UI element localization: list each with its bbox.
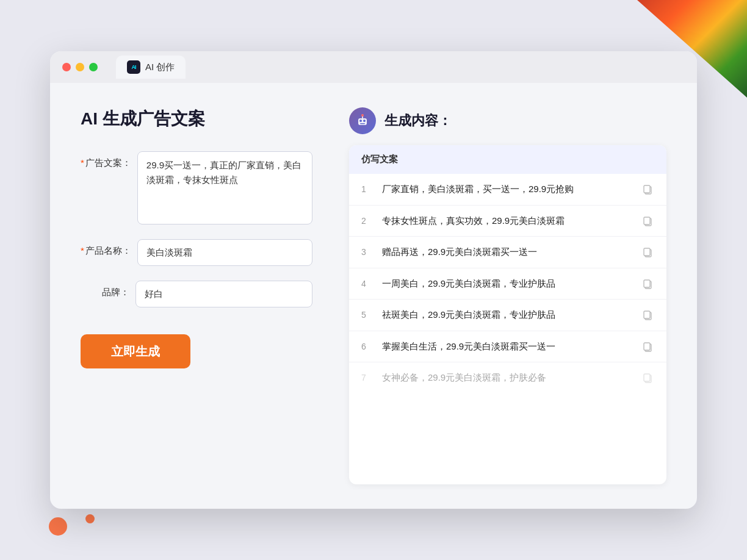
- result-row: 6 掌握美白生活，29.9元美白淡斑霜买一送一: [349, 331, 666, 363]
- result-text: 掌握美白生活，29.9元美白淡斑霜买一送一: [382, 340, 632, 354]
- brand-label: 品牌：: [81, 281, 129, 298]
- result-num: 7: [361, 373, 374, 382]
- svg-point-3: [363, 120, 366, 122]
- bg-decoration-dot-1: [49, 517, 67, 536]
- result-row: 5 祛斑美白，29.9元美白淡斑霜，专业护肤品: [349, 300, 666, 331]
- required-star-ad: *: [81, 157, 84, 168]
- right-title: 生成内容：: [384, 112, 452, 130]
- svg-rect-8: [644, 185, 650, 193]
- main-content: AI 生成广告文案 *广告文案： *产品名称： 品牌： 立: [50, 83, 697, 509]
- page-title: AI 生成广告文案: [81, 107, 312, 131]
- bg-decoration-dot-2: [85, 514, 95, 523]
- tab-label: AI 创作: [145, 62, 175, 73]
- svg-rect-12: [644, 248, 650, 256]
- form-row-product-name: *产品名称：: [81, 239, 312, 266]
- copy-button[interactable]: [641, 245, 654, 259]
- result-num: 3: [361, 247, 374, 257]
- results-header: 仿写文案: [349, 145, 666, 174]
- svg-rect-14: [644, 280, 650, 287]
- result-text: 专抹女性斑点，真实功效，29.9元美白淡斑霜: [382, 214, 632, 228]
- product-name-label: *产品名称：: [81, 239, 131, 257]
- svg-rect-4: [360, 123, 365, 124]
- product-name-input[interactable]: [137, 239, 312, 266]
- results-list: 1 厂家直销，美白淡斑霜，买一送一，29.9元抢购 2 专抹女性斑点，真实功效，…: [349, 174, 666, 393]
- traffic-lights: [62, 63, 98, 71]
- result-text: 赠品再送，29.9元美白淡斑霜买一送一: [382, 245, 632, 259]
- form-row-brand: 品牌：: [81, 281, 312, 307]
- result-num: 2: [361, 216, 374, 226]
- browser-window: AI AI 创作 AI 生成广告文案 *广告文案： *产品名称：: [50, 51, 697, 509]
- result-row: 3 赠品再送，29.9元美白淡斑霜买一送一: [349, 237, 666, 268]
- result-text: 女神必备，29.9元美白淡斑霜，护肤必备: [382, 371, 632, 385]
- result-num: 1: [361, 184, 374, 194]
- ai-tab-icon: AI: [127, 60, 140, 74]
- result-num: 4: [361, 279, 374, 289]
- result-text: 祛斑美白，29.9元美白淡斑霜，专业护肤品: [382, 308, 632, 322]
- copy-button[interactable]: [641, 371, 654, 384]
- copy-button[interactable]: [641, 214, 654, 228]
- result-row: 4 一周美白，29.9元美白淡斑霜，专业护肤品: [349, 268, 666, 300]
- result-num: 5: [361, 310, 374, 320]
- copy-button[interactable]: [641, 182, 654, 196]
- result-text: 厂家直销，美白淡斑霜，买一送一，29.9元抢购: [382, 182, 632, 196]
- results-container: 仿写文案 1 厂家直销，美白淡斑霜，买一送一，29.9元抢购 2 专抹女性斑点，…: [349, 145, 666, 484]
- right-header: 生成内容：: [349, 107, 666, 134]
- maximize-button[interactable]: [89, 63, 98, 71]
- svg-point-6: [361, 114, 364, 117]
- copy-button[interactable]: [641, 277, 654, 290]
- brand-input[interactable]: [135, 281, 312, 307]
- form-row-ad-copy: *广告文案：: [81, 151, 312, 224]
- result-row: 2 专抹女性斑点，真实功效，29.9元美白淡斑霜: [349, 206, 666, 237]
- svg-point-2: [359, 120, 362, 122]
- copy-button[interactable]: [641, 340, 654, 353]
- ad-copy-label: *广告文案：: [81, 151, 131, 169]
- ad-copy-input[interactable]: [137, 151, 312, 224]
- result-text: 一周美白，29.9元美白淡斑霜，专业护肤品: [382, 277, 632, 291]
- title-bar: AI AI 创作: [50, 51, 697, 83]
- svg-rect-18: [644, 343, 650, 350]
- result-num: 6: [361, 342, 374, 351]
- generate-button[interactable]: 立即生成: [81, 334, 190, 368]
- right-panel: 生成内容： 仿写文案 1 厂家直销，美白淡斑霜，买一送一，29.9元抢购 2 专…: [349, 107, 666, 484]
- result-row: 1 厂家直销，美白淡斑霜，买一送一，29.9元抢购: [349, 174, 666, 206]
- required-star-product: *: [81, 245, 84, 256]
- robot-icon: [349, 107, 376, 134]
- copy-button[interactable]: [641, 308, 654, 321]
- svg-rect-16: [644, 311, 650, 318]
- svg-rect-10: [644, 217, 650, 224]
- close-button[interactable]: [62, 63, 71, 71]
- svg-rect-20: [644, 374, 650, 381]
- left-panel: AI 生成广告文案 *广告文案： *产品名称： 品牌： 立: [81, 107, 312, 484]
- result-row: 7 女神必备，29.9元美白淡斑霜，护肤必备: [349, 362, 666, 393]
- tab-ai-creation[interactable]: AI AI 创作: [116, 56, 186, 79]
- minimize-button[interactable]: [76, 63, 84, 71]
